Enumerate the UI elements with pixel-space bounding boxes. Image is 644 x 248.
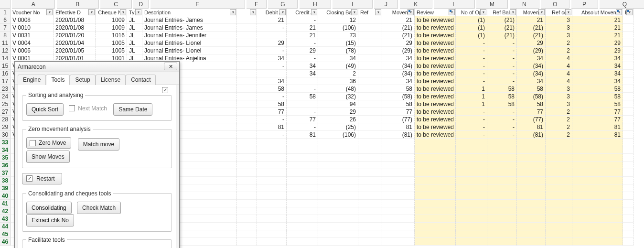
cell-L[interactable] [415,223,456,230]
cell-O[interactable] [517,223,546,230]
cell-L[interactable] [415,184,456,192]
cell-J[interactable] [358,146,382,154]
cell-G[interactable]: - [257,47,287,54]
cell-I[interactable]: (78) [318,47,358,54]
col-header-D[interactable]: D [133,0,149,9]
cell-H[interactable] [287,230,318,238]
col-header-H[interactable]: H [300,0,331,9]
cell-K[interactable]: (21) [382,32,415,39]
cell-A[interactable]: V 0006 [11,47,54,54]
filter-button-Q[interactable] [616,9,622,15]
cell-I[interactable] [318,230,358,238]
cell-H[interactable] [287,207,318,215]
row-header[interactable]: 17 [0,77,11,85]
cell-O[interactable] [517,169,546,177]
show-moves-button[interactable]: Show Moves [26,151,70,163]
cell-P[interactable]: 3 [546,16,572,24]
cell-M[interactable]: (1) [456,32,487,39]
cell-L[interactable]: to be reviewed [415,16,456,24]
cell-N[interactable]: (21) [487,24,517,32]
cell-J[interactable] [358,184,382,192]
cell-H[interactable]: - [287,85,318,93]
row-header[interactable]: 12 [0,47,11,54]
cell-I[interactable] [318,154,358,162]
cell-M[interactable]: - [456,62,487,70]
col-header-Q[interactable]: Q [600,0,644,9]
cell-L[interactable] [415,192,456,200]
cell-M[interactable] [456,215,487,223]
cell-L[interactable]: to be reviewed [415,70,456,77]
cell-I[interactable] [318,215,358,223]
cell-O[interactable]: (34) [517,70,546,77]
cell-Q[interactable] [572,207,623,215]
cell-P[interactable]: 4 [546,54,572,62]
cell-P[interactable]: 3 [546,24,572,32]
cell-O[interactable]: (21) [517,32,546,39]
header-cell-D[interactable]: Ty [127,9,142,16]
cell-M[interactable]: - [456,123,487,131]
cell-F[interactable] [237,39,257,47]
cell-L[interactable]: to be reviewed [415,77,456,85]
cell-F[interactable] [237,62,257,70]
row-header[interactable]: 15 [0,62,11,70]
cell-P[interactable] [546,184,572,192]
cell-K[interactable] [382,139,415,146]
cell-G[interactable]: 58 [257,85,287,93]
cell-Q[interactable] [572,192,623,200]
dialog-titlebar[interactable]: Armarecon ✕ [15,62,179,72]
cell-D[interactable]: JL [127,24,142,32]
cell-H[interactable]: 34 [287,70,318,77]
tab-tools[interactable]: Tools [46,75,70,85]
cell-G[interactable] [257,230,287,238]
cell-F[interactable] [237,200,257,207]
cell-J[interactable] [358,85,382,93]
cell-Q[interactable]: 34 [572,77,623,85]
cell-G[interactable]: 34 [257,54,287,62]
cell-R[interactable] [623,24,633,32]
cell-F[interactable] [237,215,257,223]
cell-F[interactable] [237,169,257,177]
cell-N[interactable]: - [487,54,517,62]
cell-R[interactable] [623,16,633,24]
cell-K[interactable] [382,192,415,200]
row-header[interactable]: 25 [0,100,11,108]
cell-M[interactable] [456,184,487,192]
cell-M[interactable]: - [456,108,487,116]
cell-J[interactable] [358,238,382,246]
row-header[interactable]: 14 [0,54,11,62]
cell-G[interactable]: 77 [257,108,287,116]
cell-G[interactable]: - [257,24,287,32]
cell-L[interactable]: to be reviewed [415,100,456,108]
cell-F[interactable] [237,93,257,100]
cell-M[interactable]: - [456,47,487,54]
filter-button-A[interactable] [46,9,53,15]
cell-G[interactable] [257,207,287,215]
cell-Q[interactable] [572,162,623,169]
cell-H[interactable]: - [287,39,318,47]
cell-F[interactable] [237,146,257,154]
col-header-C[interactable]: C [100,0,132,9]
cell-R[interactable] [623,146,633,154]
cell-F[interactable] [237,238,257,246]
cell-R[interactable] [623,223,633,230]
cell-I[interactable] [318,162,358,169]
cell-P[interactable] [546,139,572,146]
cell-N[interactable]: (21) [487,32,517,39]
cell-F[interactable] [237,54,257,62]
cell-H[interactable]: 21 [287,24,318,32]
cell-R[interactable] [623,116,633,123]
cell-P[interactable] [546,154,572,162]
cell-F[interactable] [237,192,257,200]
header-cell-Q[interactable]: Absolut Moveme [572,9,623,16]
cell-M[interactable] [456,207,487,215]
header-cell-E[interactable]: Description [142,9,237,16]
filter-button-I[interactable] [351,9,357,15]
cell-Q[interactable]: 58 [572,100,623,108]
cell-G[interactable]: 21 [257,16,287,24]
cell-O[interactable]: 34 [517,77,546,85]
cell-N[interactable] [487,223,517,230]
cell-N[interactable] [487,184,517,192]
cell-Q[interactable]: 29 [572,39,623,47]
cell-Q[interactable] [572,154,623,162]
cell-N[interactable] [487,169,517,177]
